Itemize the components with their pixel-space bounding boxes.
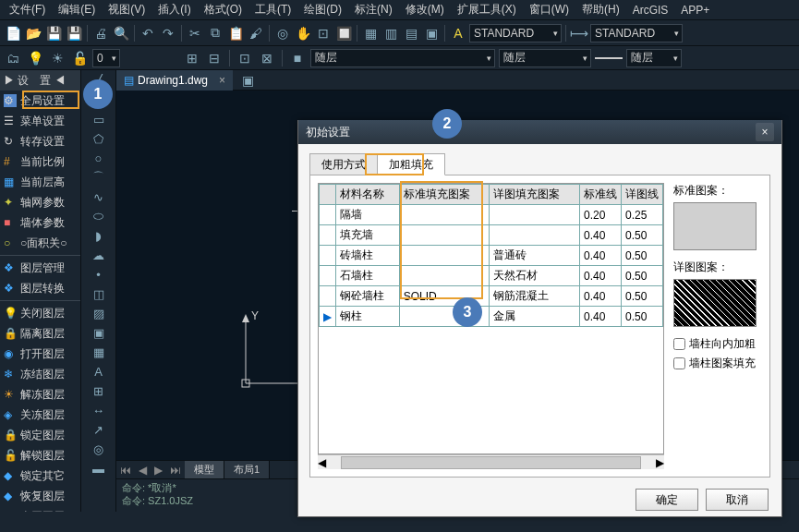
save-icon[interactable]: 💾 [44, 24, 63, 42]
table-row[interactable]: ▶钢柱金属0.400.50 [320, 307, 663, 327]
tab-layout1[interactable]: 布局1 [224, 461, 270, 478]
menu-express[interactable]: 扩展工具(X) [452, 0, 522, 19]
designcenter-icon[interactable]: ▥ [381, 24, 400, 42]
zoom-icon[interactable]: ◎ [273, 24, 292, 42]
bulb-icon[interactable]: 💡 [26, 49, 44, 67]
color-swatch-icon[interactable]: ■ [288, 49, 307, 67]
polygon-tool-icon[interactable]: ⬠ [91, 130, 107, 147]
spline-tool-icon[interactable]: ∿ [91, 188, 107, 205]
close-tab-icon[interactable]: × [219, 74, 225, 87]
text-style-icon[interactable]: A [449, 24, 467, 42]
sidebar-item-menu-settings[interactable]: ☰菜单设置 [0, 111, 80, 131]
tab-nav-first-icon[interactable]: ⏮ [116, 462, 135, 478]
table-hscrollbar[interactable]: ◀▶ [318, 454, 664, 469]
layer-iso-icon[interactable]: ⊞ [183, 49, 201, 67]
circle-tool-icon[interactable]: ○ [91, 150, 107, 166]
std-swatch[interactable] [673, 202, 757, 250]
menu-window[interactable]: 窗口(W) [524, 0, 575, 19]
color-combo[interactable]: 随层 [310, 49, 495, 67]
sidebar-item-restore-layer[interactable]: ◆恢复图层 [0, 486, 80, 506]
menu-app-plus[interactable]: APP+ [675, 2, 715, 18]
layer-combo[interactable]: 0 [92, 49, 120, 67]
sidebar-item-area-toggle[interactable]: ○○面积关○ [0, 233, 80, 253]
saveas-icon[interactable]: 💾 [65, 24, 83, 42]
dim-style-icon[interactable]: ⟼ [570, 24, 588, 42]
tab-nav-last-icon[interactable]: ⏭ [166, 462, 185, 478]
sidebar-item-on-layer[interactable]: ◉打开图层 [0, 344, 80, 364]
cancel-button[interactable]: 取消 [706, 489, 769, 511]
table-row[interactable]: 石墙柱天然石材0.400.50 [320, 266, 663, 286]
lineweight-combo[interactable]: 随层 [626, 49, 682, 67]
col-detail-line[interactable]: 详图线 [622, 185, 663, 205]
dialog-titlebar[interactable]: 初始设置 × [298, 120, 781, 144]
layer-prev-icon[interactable]: ⊟ [205, 49, 224, 67]
point-tool-icon[interactable]: • [91, 266, 107, 283]
sidebar-item-thaw-layer[interactable]: ☀解冻图层 [0, 384, 80, 405]
tab-model[interactable]: 模型 [185, 461, 224, 478]
table-row[interactable]: 钢砼墙柱SOLID钢筋混凝土0.400.50 [320, 286, 663, 307]
menu-edit[interactable]: 编辑(E) [53, 0, 101, 19]
chk-inward-bold[interactable]: 墙柱向内加粗 [673, 336, 762, 352]
text-style-combo[interactable]: STANDARD [469, 24, 562, 42]
tab-usage-mode[interactable]: 使用方式 [309, 153, 378, 175]
menu-help[interactable]: 帮助(H) [576, 0, 625, 19]
sidebar-item-grid-params[interactable]: ✦轴网参数 [0, 192, 80, 212]
sidebar-item-floor-height[interactable]: ▦当前层高 [0, 172, 80, 192]
sidebar-item-lock-layer[interactable]: 🔒锁定图层 [0, 425, 80, 445]
sidebar-item-current-scale[interactable]: #当前比例 [0, 151, 80, 172]
sun-icon[interactable]: ☀ [48, 49, 67, 67]
pan-icon[interactable]: ✋ [294, 24, 312, 42]
menu-file[interactable]: 文件(F) [4, 0, 51, 19]
print-icon[interactable]: 🖨 [91, 24, 110, 42]
layer-props-icon[interactable]: 🗂 [4, 49, 22, 67]
text-tool-icon[interactable]: A [91, 363, 107, 380]
xref-tool-icon[interactable]: ⊞ [91, 382, 107, 399]
menu-format[interactable]: 格式(O) [199, 0, 248, 19]
leader-tool-icon[interactable]: ↗ [91, 421, 107, 438]
menu-draw[interactable]: 绘图(D) [298, 0, 347, 19]
menu-dimension[interactable]: 标注(N) [349, 0, 398, 19]
sidebar-item-save-settings[interactable]: ↻转存设置 [0, 131, 80, 151]
rect-tool-icon[interactable]: ▭ [91, 111, 107, 127]
sidebar-item-layer-convert[interactable]: ❖图层转换 [0, 278, 80, 298]
region-tool-icon[interactable]: ▣ [91, 324, 107, 341]
undo-icon[interactable]: ↶ [139, 24, 157, 42]
ok-button[interactable]: 确定 [636, 489, 698, 511]
axis-tool-icon[interactable]: ◎ [91, 441, 107, 457]
sidebar-item-all-on-layer[interactable]: ◆全开图层 [0, 506, 80, 512]
wall-tool-icon[interactable]: ▬ [91, 460, 107, 477]
menu-arcgis[interactable]: ArcGIS [627, 2, 674, 18]
table-row[interactable]: 填充墙0.400.50 [320, 225, 663, 246]
sidebar-item-off-freeze-layer[interactable]: ◈关冻图层 [0, 405, 80, 425]
layer-freeze-icon[interactable]: ⊠ [258, 49, 276, 67]
menu-view[interactable]: 视图(V) [103, 0, 151, 19]
sidebar-item-freeze-layer[interactable]: ❄冻结图层 [0, 364, 80, 384]
menu-insert[interactable]: 插入(I) [152, 0, 196, 19]
menu-tools[interactable]: 工具(T) [249, 0, 297, 19]
sheet-icon[interactable]: ▣ [422, 24, 441, 42]
sidebar-item-global-settings[interactable]: ⚙全局设置 [0, 91, 80, 111]
tab-nav-prev-icon[interactable]: ◀ [135, 462, 151, 478]
det-swatch[interactable] [673, 279, 757, 327]
layer-off-icon[interactable]: ⊡ [236, 49, 254, 67]
col-detail-fill[interactable]: 详图填充图案 [490, 185, 580, 205]
arc-tool-icon[interactable]: ⌒ [91, 169, 107, 186]
preview-icon[interactable]: 🔍 [112, 24, 130, 42]
revcloud-tool-icon[interactable]: ☁ [91, 247, 107, 263]
dim-style-combo[interactable]: STANDARD [590, 24, 683, 42]
zoom-win-icon[interactable]: 🔲 [334, 24, 353, 42]
col-std-line[interactable]: 标准线 [580, 185, 622, 205]
new-icon[interactable]: 📄 [4, 24, 22, 42]
sidebar-item-unlock-layer[interactable]: 🔓解锁图层 [0, 445, 80, 466]
lock-icon[interactable]: 🔓 [70, 49, 89, 67]
tab-bold-fill[interactable]: 加粗填充 [377, 153, 445, 175]
table-row[interactable]: 砖墙柱普通砖0.400.50 [320, 246, 663, 266]
copy-icon[interactable]: ⧉ [206, 24, 224, 42]
ellipse-tool-icon[interactable]: ⬭ [91, 208, 107, 224]
col-std-fill[interactable]: 标准填充图案 [399, 185, 490, 205]
paste-icon[interactable]: 📋 [226, 24, 245, 42]
table-row[interactable]: 隔墙0.200.25 [320, 205, 663, 225]
menu-modify[interactable]: 修改(M) [400, 0, 450, 19]
material-table[interactable]: 材料名称 标准填充图案 详图填充图案 标准线 详图线 隔墙0.200.25 填充… [318, 183, 664, 454]
cut-icon[interactable]: ✂ [186, 24, 204, 42]
